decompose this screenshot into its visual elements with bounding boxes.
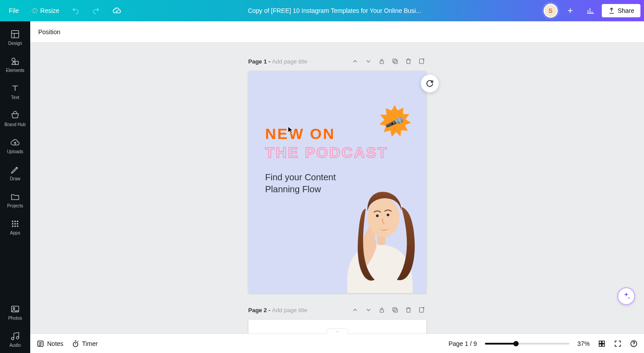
svg-rect-28: [392, 308, 396, 311]
mic-starburst-badge[interactable]: 🎤: [376, 104, 413, 140]
page-2-label: Page 2 - Add page title: [248, 307, 308, 313]
resize-button[interactable]: Resize: [26, 4, 65, 18]
duplicate-icon[interactable]: [391, 305, 400, 314]
cloud-check-icon: [112, 6, 121, 15]
avatar-initial: S: [548, 7, 552, 14]
sidebar-item-uploads[interactable]: Uploads: [0, 133, 30, 159]
undo-button[interactable]: [66, 3, 85, 18]
header-left: File Resize: [4, 3, 127, 19]
sidebar-item-draw[interactable]: Draw: [0, 160, 30, 186]
svg-point-5: [17, 221, 19, 222]
timer-button[interactable]: Timer: [72, 340, 98, 348]
position-button[interactable]: Position: [38, 28, 60, 36]
header-right: S Share: [542, 2, 640, 19]
insights-button[interactable]: [581, 3, 600, 18]
svg-rect-17: [394, 60, 397, 63]
headline-line-2[interactable]: THE PODCAST: [265, 144, 388, 161]
page-1-header: Page 1 - Add page title: [248, 55, 426, 67]
svg-point-15: [16, 337, 19, 339]
svg-rect-26: [380, 309, 384, 312]
timer-label: Timer: [82, 340, 98, 347]
svg-rect-0: [12, 31, 19, 38]
svg-point-6: [12, 223, 14, 225]
redo-button[interactable]: [87, 3, 105, 18]
headline-line-1[interactable]: NEW ON: [265, 125, 336, 143]
svg-point-11: [17, 226, 19, 227]
regenerate-fab[interactable]: [421, 75, 439, 92]
page-1-block: Page 1 - Add page title: [248, 55, 426, 293]
svg-rect-32: [599, 341, 601, 343]
zoom-slider[interactable]: [485, 343, 569, 345]
sidebar-item-brandhub[interactable]: Brand Hub: [0, 106, 30, 132]
cloud-sync-button[interactable]: [107, 3, 127, 19]
expand-down-icon[interactable]: [364, 57, 373, 66]
share-button[interactable]: Share: [602, 4, 640, 17]
plus-icon: [566, 7, 574, 15]
svg-rect-33: [602, 341, 604, 343]
file-menu-button[interactable]: File: [4, 4, 24, 18]
add-collaborator-button[interactable]: [561, 3, 580, 18]
add-page-icon[interactable]: [417, 57, 426, 66]
svg-point-1: [12, 58, 15, 61]
svg-point-10: [14, 226, 16, 227]
person-image[interactable]: [335, 169, 424, 293]
zoom-percent[interactable]: 37%: [577, 340, 590, 347]
svg-point-24: [376, 214, 379, 217]
collapse-up-icon[interactable]: [351, 57, 360, 66]
page-2-title-hint[interactable]: Add page title: [272, 307, 308, 313]
expand-down-icon[interactable]: [364, 305, 373, 314]
svg-point-9: [12, 226, 14, 227]
fullscreen-button[interactable]: [614, 340, 622, 348]
sidebar-item-text[interactable]: Text: [0, 79, 30, 105]
notes-icon: [36, 340, 44, 348]
sidebar-item-photos[interactable]: Photos: [0, 300, 30, 326]
text-icon: [10, 83, 20, 93]
document-title[interactable]: Copy of [FREE] 10 Instagram Templates fo…: [248, 7, 421, 14]
svg-rect-18: [392, 59, 396, 63]
svg-rect-35: [602, 344, 604, 346]
trash-icon[interactable]: [404, 305, 413, 314]
sidebar-item-projects[interactable]: Projects: [0, 187, 30, 214]
sidebar-item-label: Elements: [6, 68, 24, 73]
lock-icon[interactable]: [377, 305, 386, 314]
help-button[interactable]: [630, 340, 638, 348]
lock-icon[interactable]: [377, 57, 386, 66]
sidebar-item-audio[interactable]: Audio: [0, 327, 30, 353]
svg-point-8: [17, 223, 19, 225]
svg-rect-16: [380, 61, 384, 63]
svg-point-25: [387, 214, 389, 216]
notes-button[interactable]: Notes: [36, 340, 64, 348]
grid-view-button[interactable]: [598, 340, 606, 348]
context-toolbar: Position: [30, 21, 644, 43]
cloud-upload-icon: [10, 138, 20, 147]
sidebar-item-label: Photos: [8, 316, 22, 321]
sparkles-icon: [622, 292, 631, 301]
duplicate-icon[interactable]: [391, 57, 400, 66]
zoom-slider-thumb[interactable]: [513, 341, 519, 346]
chevron-up-icon: [335, 330, 340, 333]
canvas-scroll[interactable]: Page 1 - Add page title: [30, 43, 644, 333]
page-2-header: Page 2 - Add page title: [248, 304, 426, 316]
page-indicator[interactable]: Page 1 / 9: [448, 340, 477, 347]
brand-icon: [10, 111, 20, 120]
sidebar-item-label: Brand Hub: [4, 122, 26, 127]
pages-strip-handle[interactable]: [327, 329, 348, 334]
editor-area: Position Page 1 - Add page title: [30, 21, 644, 353]
header-center: Copy of [FREE] 10 Instagram Templates fo…: [128, 7, 540, 14]
layout-icon: [10, 29, 20, 39]
user-avatar[interactable]: S: [544, 4, 558, 18]
page-1-title-hint[interactable]: Add page title: [272, 58, 308, 65]
add-page-icon[interactable]: [417, 305, 426, 314]
stopwatch-icon: [72, 340, 80, 348]
resize-label: Resize: [40, 7, 60, 14]
svg-point-37: [633, 345, 634, 346]
trash-icon[interactable]: [404, 57, 413, 66]
footer-bar: Notes Timer Page 1 / 9 37%: [30, 333, 644, 353]
magic-assist-fab[interactable]: [617, 287, 635, 305]
sidebar-item-apps[interactable]: Apps: [0, 214, 30, 241]
collapse-up-icon[interactable]: [351, 305, 360, 314]
svg-rect-19: [419, 59, 423, 64]
page-1-canvas[interactable]: 🎤 NEW ON THE PODCAST Find your Content P…: [248, 71, 426, 293]
sidebar-item-design[interactable]: Design: [0, 25, 30, 51]
sidebar-item-elements[interactable]: Elements: [0, 52, 30, 78]
